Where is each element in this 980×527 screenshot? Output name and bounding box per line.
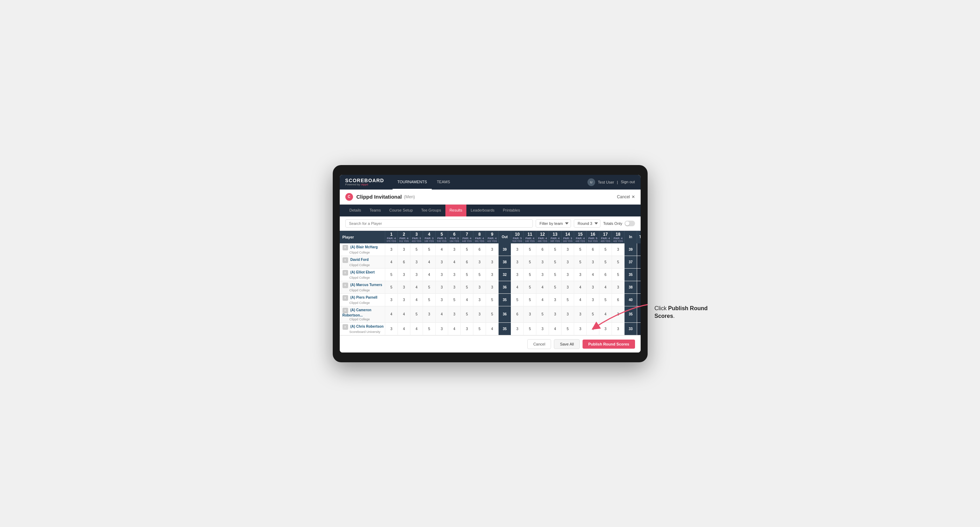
hole-8-score[interactable]: 5 bbox=[473, 322, 486, 335]
hole-3-score[interactable]: 5 bbox=[410, 243, 423, 256]
hole-2-score[interactable]: 4 bbox=[398, 322, 410, 335]
tab-results[interactable]: Results bbox=[445, 205, 467, 216]
hole-12-score[interactable]: 6 bbox=[536, 243, 549, 256]
hole-9-score[interactable]: 3 bbox=[486, 256, 499, 268]
hole-5-score[interactable]: 3 bbox=[436, 281, 448, 294]
hole-5-score[interactable]: 3 bbox=[436, 256, 448, 268]
hole-14-score[interactable]: 3 bbox=[562, 268, 574, 281]
hole-8-score[interactable]: 3 bbox=[473, 281, 486, 294]
hole-14-score[interactable]: 5 bbox=[562, 294, 574, 306]
hole-12-score[interactable]: 3 bbox=[536, 256, 549, 268]
hole-13-score[interactable]: 5 bbox=[549, 243, 562, 256]
hole-4-score[interactable]: 4 bbox=[423, 256, 436, 268]
hole-14-score[interactable]: 3 bbox=[562, 243, 574, 256]
hole-18-score[interactable]: 3 bbox=[612, 281, 625, 294]
hole-5-score[interactable]: 4 bbox=[436, 306, 448, 322]
hole-17-score[interactable]: 5 bbox=[599, 256, 612, 268]
hole-9-score[interactable]: 3 bbox=[486, 243, 499, 256]
hole-10-score[interactable]: 3 bbox=[511, 268, 524, 281]
hole-18-score[interactable]: 5 bbox=[612, 256, 625, 268]
tab-teams[interactable]: Teams bbox=[365, 205, 385, 216]
hole-4-score[interactable]: 5 bbox=[423, 294, 436, 306]
hole-1-score[interactable]: 5 bbox=[385, 268, 398, 281]
hole-6-score[interactable]: 4 bbox=[448, 322, 461, 335]
hole-5-score[interactable]: 3 bbox=[436, 294, 448, 306]
hole-18-score[interactable]: 3 bbox=[612, 243, 625, 256]
hole-14-score[interactable]: 3 bbox=[562, 306, 574, 322]
hole-9-score[interactable]: 4 bbox=[486, 322, 499, 335]
hole-1-score[interactable]: 5 bbox=[385, 281, 398, 294]
hole-11-score[interactable]: 5 bbox=[524, 294, 536, 306]
hole-14-score[interactable]: 3 bbox=[562, 281, 574, 294]
hole-2-score[interactable]: 3 bbox=[398, 243, 410, 256]
hole-7-score[interactable]: 5 bbox=[461, 306, 473, 322]
hole-10-score[interactable]: 3 bbox=[511, 322, 524, 335]
hole-9-score[interactable]: 5 bbox=[486, 306, 499, 322]
tab-printables[interactable]: Printables bbox=[499, 205, 524, 216]
hole-1-score[interactable]: 3 bbox=[385, 322, 398, 335]
hole-11-score[interactable]: 3 bbox=[524, 306, 536, 322]
round-select[interactable]: Round 3 bbox=[574, 219, 600, 228]
hole-8-score[interactable]: 3 bbox=[473, 294, 486, 306]
hole-12-score[interactable]: 4 bbox=[536, 294, 549, 306]
hole-4-score[interactable]: 5 bbox=[423, 322, 436, 335]
hole-6-score[interactable]: 3 bbox=[448, 306, 461, 322]
hole-2-score[interactable]: 3 bbox=[398, 281, 410, 294]
hole-1-score[interactable]: 4 bbox=[385, 306, 398, 322]
hole-5-score[interactable]: 3 bbox=[436, 322, 448, 335]
hole-13-score[interactable]: 5 bbox=[549, 268, 562, 281]
hole-15-score[interactable]: 3 bbox=[574, 268, 587, 281]
hole-6-score[interactable]: 3 bbox=[448, 243, 461, 256]
hole-14-score[interactable]: 5 bbox=[562, 322, 574, 335]
sign-out-link[interactable]: Sign out bbox=[620, 175, 635, 189]
hole-17-score[interactable]: 5 bbox=[599, 243, 612, 256]
hole-13-score[interactable]: 5 bbox=[549, 256, 562, 268]
hole-15-score[interactable]: 4 bbox=[574, 281, 587, 294]
tab-details[interactable]: Details bbox=[345, 205, 366, 216]
hole-4-score[interactable]: 5 bbox=[423, 243, 436, 256]
hole-6-score[interactable]: 3 bbox=[448, 281, 461, 294]
hole-4-score[interactable]: 4 bbox=[423, 268, 436, 281]
hole-10-score[interactable]: 3 bbox=[511, 256, 524, 268]
hole-15-score[interactable]: 3 bbox=[574, 306, 587, 322]
hole-7-score[interactable]: 4 bbox=[461, 294, 473, 306]
hole-6-score[interactable]: 5 bbox=[448, 294, 461, 306]
hole-8-score[interactable]: 3 bbox=[473, 256, 486, 268]
tab-leaderboards[interactable]: Leaderboards bbox=[466, 205, 499, 216]
hole-16-score[interactable]: 6 bbox=[587, 243, 599, 256]
hole-7-score[interactable]: 5 bbox=[461, 243, 473, 256]
publish-round-scores-button[interactable]: Publish Round Scores bbox=[582, 340, 635, 349]
hole-2-score[interactable]: 4 bbox=[398, 306, 410, 322]
hole-11-score[interactable]: 5 bbox=[524, 322, 536, 335]
hole-3-score[interactable]: 4 bbox=[410, 294, 423, 306]
cancel-button-footer[interactable]: Cancel bbox=[527, 339, 551, 349]
hole-2-score[interactable]: 3 bbox=[398, 268, 410, 281]
hole-3-score[interactable]: 4 bbox=[410, 281, 423, 294]
hole-7-score[interactable]: 5 bbox=[461, 268, 473, 281]
hole-4-score[interactable]: 3 bbox=[423, 306, 436, 322]
hole-3-score[interactable]: 4 bbox=[410, 322, 423, 335]
hole-17-score[interactable]: 4 bbox=[599, 281, 612, 294]
nav-teams[interactable]: TEAMS bbox=[432, 175, 455, 189]
hole-10-score[interactable]: 3 bbox=[511, 243, 524, 256]
hole-15-score[interactable]: 3 bbox=[574, 322, 587, 335]
totals-only-toggle[interactable] bbox=[625, 221, 635, 226]
hole-2-score[interactable]: 3 bbox=[398, 294, 410, 306]
hole-3-score[interactable]: 5 bbox=[410, 306, 423, 322]
tab-tee-groups[interactable]: Tee Groups bbox=[417, 205, 445, 216]
cancel-button-top[interactable]: Cancel ✕ bbox=[617, 194, 635, 199]
hole-4-score[interactable]: 5 bbox=[423, 281, 436, 294]
hole-7-score[interactable]: 5 bbox=[461, 281, 473, 294]
hole-7-score[interactable]: 6 bbox=[461, 256, 473, 268]
hole-13-score[interactable]: 3 bbox=[549, 306, 562, 322]
hole-16-score[interactable]: 3 bbox=[587, 281, 599, 294]
hole-12-score[interactable]: 3 bbox=[536, 322, 549, 335]
hole-3-score[interactable]: 3 bbox=[410, 256, 423, 268]
hole-8-score[interactable]: 5 bbox=[473, 268, 486, 281]
hole-16-score[interactable]: 3 bbox=[587, 256, 599, 268]
player-name[interactable]: (A) Marcus Turners bbox=[350, 283, 382, 287]
player-name[interactable]: (A) Blair McHarg bbox=[350, 245, 377, 249]
hole-12-score[interactable]: 5 bbox=[536, 306, 549, 322]
hole-5-score[interactable]: 4 bbox=[436, 243, 448, 256]
hole-3-score[interactable]: 3 bbox=[410, 268, 423, 281]
